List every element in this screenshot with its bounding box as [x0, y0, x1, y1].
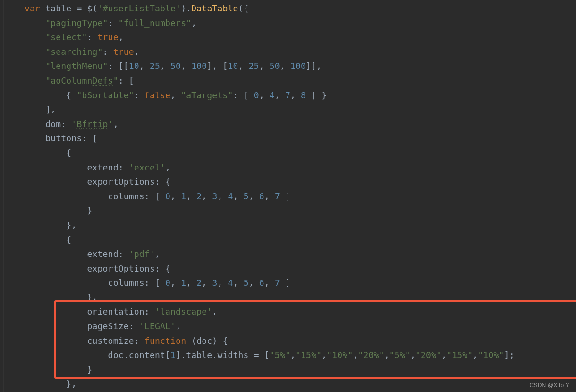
string-landscape: 'landscape': [155, 307, 212, 316]
ident-orientation: orientation: [87, 307, 144, 316]
bool-false: false: [144, 90, 170, 100]
ident-dom: dom: [45, 119, 61, 129]
string-selector: '#userListTable': [98, 3, 181, 13]
prop-select: "select": [45, 32, 87, 42]
bool-true: true: [98, 32, 119, 42]
ident-customize: customize: [87, 336, 134, 346]
code-content: var table = $('#userListTable').DataTabl…: [0, 1, 576, 392]
method-datatable: DataTable: [191, 3, 238, 13]
string-legal: 'LEGAL': [139, 321, 176, 331]
string-fullnumbers: "full_numbers": [119, 18, 192, 28]
ident-pagesize: pageSize: [87, 321, 128, 331]
prop-pagingtype: "pagingType": [45, 18, 108, 28]
string-bfrtip: 'Bfrtip': [71, 119, 113, 129]
keyword-function: function: [144, 336, 186, 346]
string-pdf: 'pdf': [129, 249, 155, 259]
keyword-var: var: [25, 3, 40, 13]
ident-widths: widths: [217, 350, 248, 360]
prop-lengthmenu: "lengthMenu": [45, 61, 108, 71]
prop-atargets: "aTargets": [181, 90, 233, 100]
string-excel: 'excel': [129, 162, 165, 172]
ident-buttons: buttons: [45, 133, 82, 143]
ident-dollar: $: [87, 3, 93, 13]
bool-true: true: [113, 47, 134, 57]
ident-extend: extend: [87, 162, 118, 172]
ident-exportoptions: exportOptions: [87, 177, 154, 187]
ident-table: table: [45, 3, 71, 13]
prop-aocolumndefs: "aoColumnDefs": [45, 76, 119, 85]
prop-searching: "searching": [45, 47, 102, 57]
watermark-text: CSDN @X to Y: [530, 382, 569, 389]
ident-columns: columns: [108, 191, 144, 201]
ident-content: content: [129, 350, 165, 360]
ident-doc: doc: [196, 336, 212, 346]
prop-bsortable: "bSortable": [76, 90, 134, 100]
code-editor[interactable]: var table = $('#userListTable').DataTabl…: [0, 0, 576, 392]
